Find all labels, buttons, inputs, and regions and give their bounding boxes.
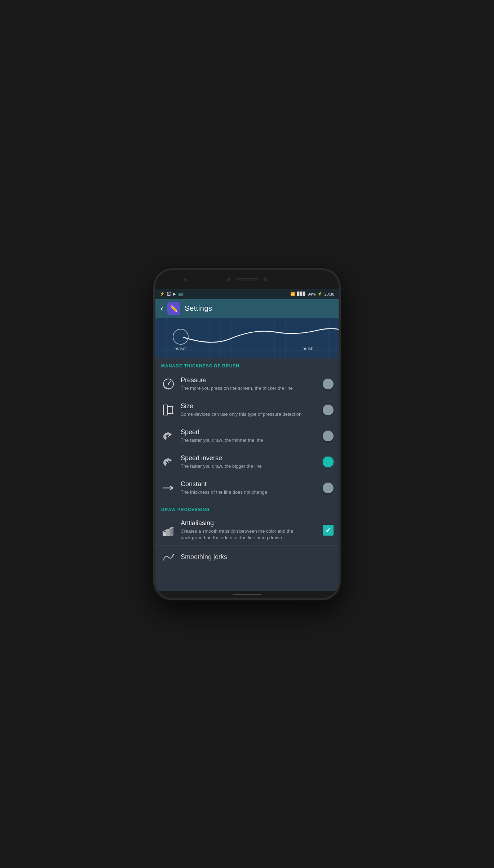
speed-inverse-text: Speed inverse The faster you draw, the b… xyxy=(181,454,318,470)
speaker-grille xyxy=(236,278,258,281)
svg-point-2 xyxy=(168,383,169,385)
size-desc: Some devices can use only this type of p… xyxy=(181,411,318,418)
smoothing-text: Smoothing jerks xyxy=(181,553,334,561)
size-icon xyxy=(162,404,175,416)
pressure-toggle[interactable] xyxy=(323,379,334,389)
pressure-icon-wrap xyxy=(160,376,176,392)
speed-desc: The faster you draw, the thinner the lin… xyxy=(181,437,318,444)
speed-inverse-title: Speed inverse xyxy=(181,454,318,462)
wifi-icon: 📶 xyxy=(290,292,295,296)
phone-top-hardware xyxy=(155,270,339,289)
play-icon: ▶ xyxy=(173,292,176,296)
speed-title: Speed xyxy=(181,428,318,436)
status-bar: ⚡ 🖼 ▶ 📺 📶 ▊▊▊ 94% ⚡ 23:38 xyxy=(155,289,339,299)
section-header-processing: DRAW PROCESSING xyxy=(155,501,339,515)
setting-item-pressure[interactable]: Pressure The more you press on the scree… xyxy=(155,371,339,397)
brush-label: brush xyxy=(303,346,313,351)
app-bar: ‹ ✏️ Settings xyxy=(155,299,339,318)
page-title: Settings xyxy=(185,304,212,313)
setting-item-speed-inverse[interactable]: Speed inverse The faster you draw, the b… xyxy=(155,449,339,475)
constant-toggle[interactable] xyxy=(323,483,334,493)
pressure-title: Pressure xyxy=(181,376,318,384)
antialiasing-checkbox[interactable]: ✓ xyxy=(323,525,334,536)
constant-text: Constant The thickness of the line does … xyxy=(181,480,318,496)
screen: ⚡ 🖼 ▶ 📺 📶 ▊▊▊ 94% ⚡ 23:38 ‹ ✏️ Settings xyxy=(155,289,339,591)
battery-percent: 94% xyxy=(308,292,316,296)
back-button[interactable]: ‹ xyxy=(160,304,163,313)
app-icon: ✏️ xyxy=(167,302,180,315)
size-toggle[interactable] xyxy=(323,405,334,415)
camera-dot xyxy=(227,278,230,282)
constant-desc: The thickness of the line does not chang… xyxy=(181,489,318,496)
constant-icon xyxy=(162,481,175,494)
speed-text: Speed The faster you draw, the thinner t… xyxy=(181,428,318,444)
image-icon: 🖼 xyxy=(167,292,171,296)
antialiasing-title: Antialiasing xyxy=(181,519,318,527)
constant-title: Constant xyxy=(181,480,318,488)
screenrecord-icon: 📺 xyxy=(178,292,183,296)
setting-item-antialiasing[interactable]: Antialiasing Creates a smooth transition… xyxy=(155,515,339,546)
time-display: 23:38 xyxy=(324,292,334,296)
status-left-icons: ⚡ 🖼 ▶ 📺 xyxy=(160,292,183,296)
antialiasing-text: Antialiasing Creates a smooth transition… xyxy=(181,519,318,541)
phone-bottom-hardware xyxy=(155,591,339,598)
setting-item-constant[interactable]: Constant The thickness of the line does … xyxy=(155,475,339,501)
eraser-circle xyxy=(173,329,189,345)
svg-rect-3 xyxy=(163,405,168,415)
speed-inverse-icon xyxy=(162,455,175,468)
pressure-text: Pressure The more you press on the scree… xyxy=(181,376,318,392)
speed-inverse-icon-wrap xyxy=(160,454,176,470)
checkmark-icon: ✓ xyxy=(325,526,331,535)
home-indicator xyxy=(233,594,261,595)
smoothing-icon xyxy=(162,551,175,564)
size-icon-wrap xyxy=(160,402,176,418)
charging-icon: ⚡ xyxy=(317,292,322,296)
setting-item-smoothing[interactable]: Smoothing jerks xyxy=(155,546,339,569)
smoothing-icon-wrap xyxy=(160,549,176,565)
setting-item-speed[interactable]: Speed The faster you draw, the thinner t… xyxy=(155,423,339,449)
app-logo-icon: ✏️ xyxy=(170,305,178,313)
signal-strength-icon: ▊▊▊ xyxy=(297,292,306,296)
speed-inverse-desc: The faster you draw, the bigger the line xyxy=(181,463,318,470)
antialiasing-icon-wrap xyxy=(160,522,176,538)
front-camera xyxy=(184,278,187,281)
pressure-icon xyxy=(162,378,175,391)
section-header-thickness: MANAGE THICKNESS OF BRUSH xyxy=(155,358,339,371)
size-text: Size Some devices can use only this type… xyxy=(181,402,318,418)
preview-canvas: eraser brush xyxy=(155,318,339,358)
pressure-desc: The more you press on the screen, the th… xyxy=(181,385,318,392)
smoothing-title: Smoothing jerks xyxy=(181,553,334,561)
antialiasing-desc: Creates a smooth transition between the … xyxy=(181,528,318,541)
antialiasing-icon xyxy=(162,524,175,537)
usb-icon: ⚡ xyxy=(160,292,165,296)
status-right-info: 📶 ▊▊▊ 94% ⚡ 23:38 xyxy=(290,292,334,296)
setting-item-size[interactable]: Size Some devices can use only this type… xyxy=(155,397,339,423)
svg-rect-12 xyxy=(163,532,166,536)
size-title: Size xyxy=(181,402,318,410)
sensor-dot xyxy=(264,278,267,282)
settings-content[interactable]: MANAGE THICKNESS OF BRUSH Pressure The m… xyxy=(155,358,339,591)
eraser-label: eraser xyxy=(173,346,189,351)
constant-icon-wrap xyxy=(160,480,176,496)
phone-frame: ⚡ 🖼 ▶ 📺 📶 ▊▊▊ 94% ⚡ 23:38 ‹ ✏️ Settings xyxy=(153,268,341,600)
speed-icon xyxy=(162,429,175,442)
speed-icon-wrap xyxy=(160,428,176,444)
speed-inverse-toggle[interactable] xyxy=(323,457,334,467)
svg-rect-13 xyxy=(166,529,170,536)
speed-toggle[interactable] xyxy=(323,431,334,441)
